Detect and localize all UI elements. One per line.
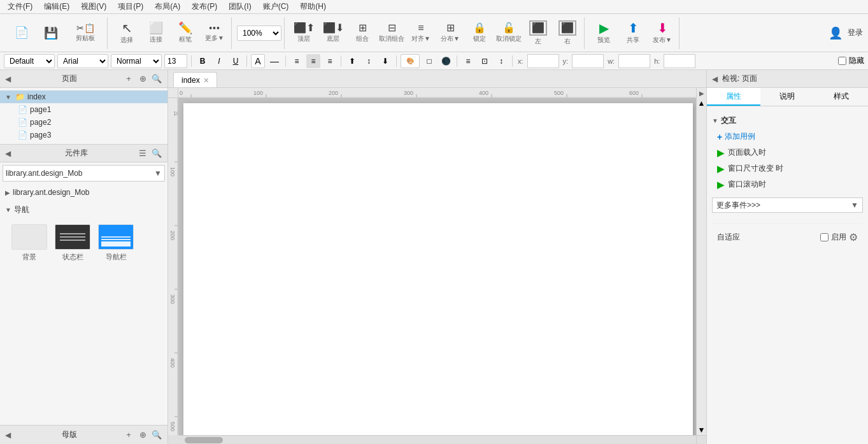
line-style-button[interactable]: — [267, 54, 281, 68]
widget-navbar[interactable]: 导航栏 [97, 224, 135, 262]
font-color-button[interactable]: A [251, 54, 265, 68]
master-section: ◀ 母版 + ⊕ 🔍 [0, 425, 167, 444]
scroll-up-button[interactable]: ▲ [697, 98, 706, 108]
duplicate-page-button[interactable]: ⊕ [137, 73, 148, 85]
tab-properties[interactable]: 属性 [707, 88, 760, 106]
align-left-text-button[interactable]: ≡ [290, 54, 304, 68]
font-size-input[interactable] [164, 54, 187, 68]
distribute-button[interactable]: ⊞ 分布▼ [436, 19, 464, 47]
menu-layout[interactable]: 布局(A) [150, 0, 185, 13]
ungroup-button[interactable]: ⊟ 取消组合 [378, 19, 406, 47]
duplicate-master-button[interactable]: ⊕ [137, 429, 148, 441]
shadow-button[interactable]: 🌑 [439, 54, 453, 68]
menu-view[interactable]: 视图(V) [76, 0, 111, 13]
components-collapse-icon[interactable]: ◀ [5, 149, 15, 158]
more-events-dropdown[interactable]: 更多事件>>> ▼ [712, 197, 863, 213]
event-item-resize[interactable]: ▶ 窗口尺寸改变 时 [712, 161, 863, 176]
pen-tool-button[interactable]: ✏️ 框笔 [171, 19, 199, 47]
scroll-down-button[interactable]: ▼ [697, 425, 706, 435]
tab-notes[interactable]: 说明 [760, 88, 814, 106]
menu-edit[interactable]: 编辑(E) [39, 0, 75, 13]
align-right-text-button[interactable]: ≡ [323, 54, 337, 68]
valign-top-button[interactable]: ⬆ [345, 54, 359, 68]
pages-collapse-icon[interactable]: ◀ [5, 75, 15, 83]
page-item-page1[interactable]: 📄 page1 [0, 103, 167, 116]
group-button[interactable]: ⊞ 组合 [348, 19, 376, 47]
interaction-section-header[interactable]: ▼ 交互 [712, 111, 863, 129]
master-collapse-icon[interactable]: ◀ [5, 431, 15, 440]
menu-publish[interactable]: 发布(P) [187, 0, 222, 13]
x-input[interactable] [527, 54, 559, 68]
event-item-pageload[interactable]: ▶ 页面载入时 [712, 145, 863, 161]
add-page-button[interactable]: + [123, 73, 134, 85]
add-usecase-button[interactable]: + 添加用例 [712, 129, 863, 145]
h-scroll-thumb[interactable] [185, 437, 223, 443]
menu-help[interactable]: 帮助(H) [295, 0, 331, 13]
menu-project[interactable]: 项目(P) [113, 0, 148, 13]
top-layer-button[interactable]: ⬛⬆ 顶层 [290, 19, 318, 47]
font-select[interactable]: Arial [57, 54, 108, 68]
right-panel-collapse[interactable]: ◀ [712, 75, 722, 83]
more-tools-button[interactable]: ••• 更多▼ [201, 19, 229, 47]
event-item-scroll[interactable]: ▶ 窗口滚动时 [712, 176, 863, 192]
library-dropdown[interactable]: library.ant.design_Mob ▼ [3, 165, 165, 182]
svg-text:500: 500 [169, 422, 176, 431]
zoom-select[interactable]: 100% 75% 50% 150% 200% [237, 25, 281, 41]
svg-text:300: 300 [404, 90, 413, 96]
nav-category-header[interactable]: ▼ 导航 [5, 201, 162, 219]
w-input[interactable] [618, 54, 650, 68]
bold-button[interactable]: B [196, 54, 210, 68]
tab-style[interactable]: 样式 [815, 88, 868, 106]
login-button[interactable]: 登录 [848, 27, 863, 38]
adaptive-icon[interactable]: ⚙ [849, 231, 858, 243]
select-tool-button[interactable]: ↖ 选择 [113, 19, 141, 47]
line-height-button[interactable]: ↕ [494, 54, 508, 68]
align-right-button[interactable]: ⬛ 右 [553, 19, 581, 47]
hidden-checkbox[interactable] [838, 57, 846, 65]
valign-mid-button[interactable]: ↕ [362, 54, 376, 68]
menu-file[interactable]: 文件(F) [3, 0, 38, 13]
page-item-page2[interactable]: 📄 page2 [0, 116, 167, 129]
adaptive-checkbox[interactable] [820, 233, 829, 241]
padding-button[interactable]: ⊡ [478, 54, 492, 68]
canvas-tab-close[interactable]: × [204, 75, 209, 85]
search-master-button[interactable]: 🔍 [151, 429, 162, 441]
search-components-button[interactable]: 🔍 [151, 148, 162, 159]
underline-button[interactable]: U [229, 54, 243, 68]
italic-button[interactable]: I [212, 54, 226, 68]
menu-account[interactable]: 账户(C) [258, 0, 294, 13]
save-button[interactable]: 💾 [37, 19, 65, 47]
align-left-button[interactable]: ⬛ 左 [524, 19, 552, 47]
clipboard-button[interactable]: ✂📋 剪贴板 [66, 19, 104, 47]
connect-tool-button[interactable]: ⬜ 连接 [142, 19, 170, 47]
align-center-text-button[interactable]: ≡ [306, 54, 320, 68]
widget-statusbar[interactable]: 状态栏 [53, 224, 92, 262]
border-style-button[interactable]: □ [422, 54, 436, 68]
share-button[interactable]: ⬆ 共享 [619, 19, 647, 47]
style-select[interactable]: Default [4, 54, 55, 68]
library-tree-item[interactable]: ▶ library.ant.design_Mob [5, 187, 162, 198]
new-file-button[interactable]: 📄 [8, 19, 36, 47]
fill-color-button[interactable]: 🎨 [401, 54, 420, 68]
canvas-content[interactable] [178, 98, 696, 435]
add-master-button[interactable]: + [123, 429, 134, 441]
search-pages-button[interactable]: 🔍 [151, 73, 162, 85]
preview-button[interactable]: ▶ 预览 [590, 19, 618, 47]
h-scrollbar[interactable] [178, 435, 696, 444]
page-item-index[interactable]: ▼ 📁 index [0, 90, 167, 103]
canvas-tab-index[interactable]: index × [173, 72, 217, 87]
font-weight-select[interactable]: Normal [111, 54, 162, 68]
menu-team[interactable]: 团队(I) [224, 0, 256, 13]
unlock-button[interactable]: 🔓 取消锁定 [495, 19, 523, 47]
h-input[interactable] [664, 54, 695, 68]
y-input[interactable] [572, 54, 604, 68]
list-style-button[interactable]: ≡ [461, 54, 475, 68]
page-item-page3[interactable]: 📄 page3 [0, 129, 167, 141]
publish-button[interactable]: ⬇ 发布▼ [648, 19, 676, 47]
valign-bot-button[interactable]: ⬇ [378, 54, 392, 68]
bottom-layer-button[interactable]: ⬛⬇ 底层 [319, 19, 347, 47]
components-menu-button[interactable]: ☰ [137, 148, 148, 159]
lock-button[interactable]: 🔒 锁定 [466, 19, 494, 47]
widget-bg[interactable]: 背景 [10, 224, 48, 262]
align-button[interactable]: ≡ 对齐▼ [407, 19, 435, 47]
